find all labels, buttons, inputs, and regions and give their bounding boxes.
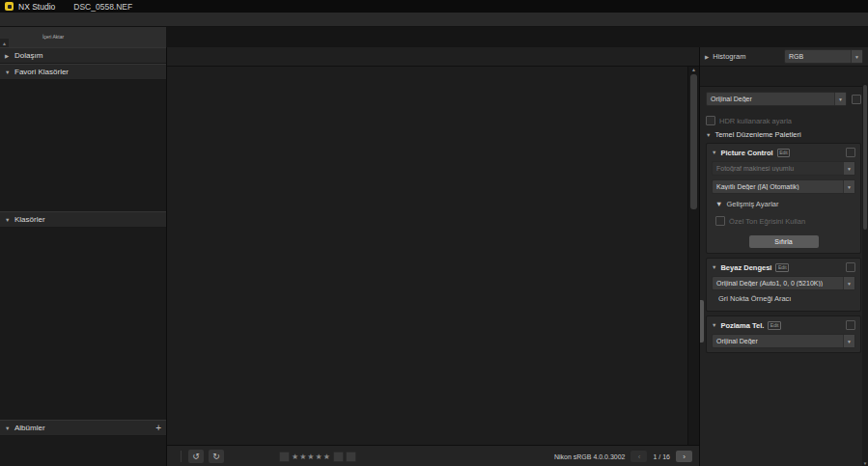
left-sidebar: ▶ Dolaşım ▼ Favori Klasörler ▼ Klasörler… bbox=[0, 47, 167, 466]
folder-tree bbox=[0, 228, 166, 420]
divider bbox=[181, 451, 182, 462]
section-albums[interactable]: ▼ Albümler + bbox=[0, 420, 166, 436]
rating-widget: ★★★★★ bbox=[279, 452, 356, 462]
section-label: Albümler bbox=[14, 424, 45, 432]
chevron-down-icon: ▼ bbox=[834, 93, 846, 105]
albums-list-empty bbox=[0, 436, 166, 466]
favorites-list bbox=[0, 80, 166, 211]
inspector-scrollbar[interactable]: ▼ bbox=[862, 83, 868, 466]
page-indicator: 1 / 16 bbox=[653, 453, 670, 460]
rating-stars[interactable]: ★★★★★ bbox=[292, 452, 331, 461]
chevron-right-icon[interactable]: ▶ bbox=[705, 54, 709, 60]
scrollbar-thumb[interactable] bbox=[690, 74, 697, 209]
section-favorite-folders[interactable]: ▼ Favori Klasörler bbox=[0, 64, 166, 80]
hdr-checkbox-label: HDR kullanarak ayarla bbox=[719, 117, 792, 125]
chevron-down-icon: ▼ bbox=[712, 150, 716, 155]
edit-tools-row bbox=[706, 110, 861, 112]
import-button[interactable]: İçeri Aktar bbox=[33, 27, 73, 47]
tone-curve-checkbox[interactable] bbox=[715, 216, 725, 226]
camera-compat-value: Fotoğraf makinesi uyumlu bbox=[713, 165, 843, 172]
palettes-section-header[interactable]: ▼ Temel Düzenleme Paletleri bbox=[706, 130, 861, 139]
section-navigation[interactable]: ▶ Dolaşım bbox=[0, 47, 166, 64]
reset-button[interactable]: Sıfırla bbox=[749, 235, 819, 248]
section-label: Dolaşım bbox=[14, 51, 42, 60]
view-toolbar bbox=[167, 47, 699, 67]
chevron-down-icon: ▼ bbox=[5, 425, 11, 431]
preset-checkbox[interactable] bbox=[852, 95, 861, 104]
picture-control-title: Picture Control bbox=[720, 149, 772, 157]
preset-row: Orijinal Değer ▼ bbox=[706, 92, 861, 106]
hdr-checkbox[interactable] bbox=[706, 116, 715, 125]
exposure-value: Orijinal Değer bbox=[713, 338, 843, 344]
gray-point-tool[interactable]: Gri Nokta Örneği Aracı bbox=[712, 294, 855, 303]
document-title: DSC_0558.NEF bbox=[73, 2, 132, 12]
colorspace-label: Nikon sRGB 4.0.0.3002 bbox=[554, 453, 626, 460]
rotate-left-button[interactable]: ↺ bbox=[188, 450, 204, 463]
exposure-checkbox[interactable] bbox=[846, 320, 855, 330]
white-balance-checkbox[interactable] bbox=[846, 262, 855, 272]
palettes-section-label: Temel Düzenleme Paletleri bbox=[714, 130, 800, 139]
title-bar: NX Studio DSC_0558.NEF bbox=[0, 0, 868, 13]
menu-bar bbox=[0, 13, 868, 27]
chevron-down-icon: ▼ bbox=[712, 322, 716, 328]
section-label: Klasörler bbox=[14, 215, 45, 224]
collapse-toolbar-icon[interactable]: ▲ bbox=[0, 39, 9, 47]
advanced-settings-label: Gelişmiş Ayarlar bbox=[726, 200, 778, 208]
main-area: ▶ Dolaşım ▼ Favori Klasörler ▼ Klasörler… bbox=[0, 47, 868, 466]
exposure-dropdown[interactable]: Orijinal Değer ▼ bbox=[712, 334, 855, 348]
toolbar: ▲ İçeri Aktar bbox=[0, 27, 868, 47]
import-label: İçeri Aktar bbox=[42, 35, 64, 41]
next-image-button[interactable]: › bbox=[676, 451, 692, 462]
thumbnail-grid-area: ▲ bbox=[167, 67, 699, 445]
toolbar-left: ▲ İçeri Aktar bbox=[0, 27, 166, 47]
chevron-down-icon: ▼ bbox=[851, 50, 862, 63]
panel-collapse-handle[interactable] bbox=[700, 300, 704, 343]
thumbnail-browser: ▲ ↺ ↻ ★★★★★ Nikon sRGB 4.0.0.3002 bbox=[167, 47, 699, 466]
white-balance-value: Orijinal Değer (Auto1, 0, 0 (5210K)) bbox=[713, 280, 843, 287]
scrollbar-thumb[interactable] bbox=[863, 85, 867, 230]
channel-dropdown[interactable]: RGB ▼ bbox=[784, 49, 863, 64]
picture-control-header[interactable]: ▼ Picture Control Edit bbox=[712, 148, 855, 157]
chevron-down-icon: ▼ bbox=[715, 200, 722, 208]
picture-control-checkbox[interactable] bbox=[846, 148, 855, 157]
white-balance-box: ▼ Beyaz Dengesi Edit Orijinal Değer (Aut… bbox=[706, 258, 861, 312]
browser-bottom-bar: ↺ ↻ ★★★★★ Nikon sRGB 4.0.0.3002 ‹ 1 / 16… bbox=[167, 445, 699, 466]
chevron-down-icon: ▼ bbox=[712, 264, 716, 270]
chevron-down-icon: ▼ bbox=[843, 277, 854, 289]
toolbar-right bbox=[166, 27, 868, 47]
scroll-down-icon[interactable]: ▼ bbox=[863, 461, 867, 466]
white-balance-dropdown[interactable]: Orijinal Değer (Auto1, 0, 0 (5210K)) ▼ bbox=[712, 276, 855, 290]
previous-image-button[interactable]: ‹ bbox=[630, 451, 647, 462]
adjustments-body: Orijinal Değer ▼ HDR kullanarak ayarla ▼… bbox=[700, 87, 868, 466]
adjustments-panel: ▶ Histogram RGB ▼ Orijinal Değer ▼ bbox=[699, 47, 868, 466]
picture-control-dropdown[interactable]: Kayıtlı Değer ([A] Otomatik) ▼ bbox=[712, 179, 855, 194]
edit-badge: Edit bbox=[768, 321, 781, 330]
chevron-down-icon: ▼ bbox=[5, 217, 11, 223]
inspector-tabs bbox=[700, 67, 868, 87]
rating-clear-button[interactable] bbox=[279, 452, 290, 462]
camera-compat-dropdown[interactable]: Fotoğraf makinesi uyumlu ▼ bbox=[712, 161, 855, 176]
protect-button[interactable] bbox=[346, 452, 356, 462]
scroll-up-icon[interactable]: ▲ bbox=[691, 67, 696, 72]
channel-value: RGB bbox=[785, 53, 851, 60]
advanced-settings-header[interactable]: ▼ Gelişmiş Ayarlar bbox=[715, 200, 855, 208]
label-button[interactable] bbox=[333, 452, 344, 462]
app-title: NX Studio bbox=[18, 2, 55, 12]
picture-control-box: ▼ Picture Control Edit Fotoğraf makinesi… bbox=[706, 143, 861, 254]
rotate-right-button[interactable]: ↻ bbox=[209, 450, 224, 463]
hdr-checkbox-row: HDR kullanarak ayarla bbox=[706, 116, 861, 125]
section-folders[interactable]: ▼ Klasörler bbox=[0, 211, 166, 228]
preset-dropdown[interactable]: Orijinal Değer ▼ bbox=[706, 92, 847, 106]
exposure-header[interactable]: ▼ Pozlama Tel. Edit bbox=[712, 320, 855, 330]
chevron-down-icon: ▼ bbox=[843, 180, 854, 193]
white-balance-header[interactable]: ▼ Beyaz Dengesi Edit bbox=[712, 262, 855, 272]
chevron-down-icon: ▼ bbox=[5, 69, 11, 75]
edit-badge: Edit bbox=[775, 263, 789, 272]
histogram-header: ▶ Histogram RGB ▼ bbox=[700, 47, 868, 67]
vertical-scrollbar[interactable]: ▲ bbox=[687, 67, 699, 445]
exposure-box: ▼ Pozlama Tel. Edit Orijinal Değer ▼ bbox=[706, 315, 861, 353]
status-area: Nikon sRGB 4.0.0.3002 ‹ 1 / 16 › bbox=[548, 451, 692, 462]
histogram-label: Histogram bbox=[713, 52, 745, 61]
chevron-right-icon: ▶ bbox=[5, 53, 11, 59]
chevron-down-icon: ▼ bbox=[706, 132, 711, 138]
